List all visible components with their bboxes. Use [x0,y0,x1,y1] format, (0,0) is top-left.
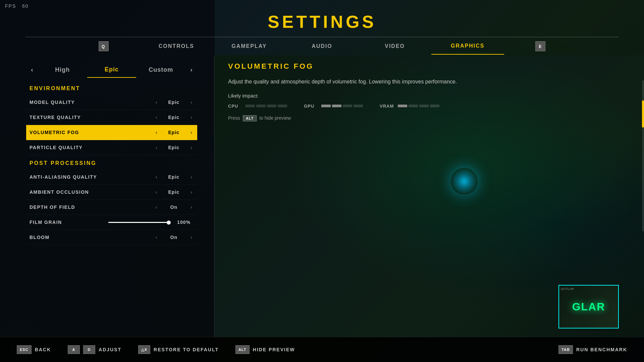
nav-tab-controls[interactable]: CONTROLS [140,38,213,54]
setting-texture-quality-value: Epic [164,115,184,120]
setting-volumetric-fog-controls: ‹ Epic › [154,130,194,135]
setting-depth-of-field[interactable]: DEPTH OF FIELD ‹ On › [26,200,197,215]
setting-ambient-occlusion[interactable]: AMBIENT OCCLUSION ‹ Epic › [26,185,197,200]
vram-bar-2 [409,105,418,107]
setting-volumetric-fog[interactable]: VOLUMETRIC FOG ‹ Epic › [26,125,197,140]
nav-tab-video[interactable]: VIDEO [359,38,431,54]
scrollbar-thumb[interactable] [642,101,644,127]
restore-label: RESTORE TO DEFAULT [154,347,219,352]
setting-bloom-next[interactable]: › [189,235,194,240]
setting-bloom[interactable]: BLOOM ‹ On › [26,230,197,245]
setting-model-quality-value: Epic [164,100,184,105]
setting-bloom-controls: ‹ On › [154,235,194,240]
section-header-environment: ENVIRONMENT [26,80,197,95]
vram-bar-3 [419,105,429,107]
gpu-label: GPU [304,104,317,109]
preset-prev-button[interactable]: ‹ [26,64,38,76]
setting-particle-quality-prev[interactable]: ‹ [154,145,159,150]
info-description-text: Adjust the quality and atmospheric depth… [228,79,457,84]
scrollbar[interactable] [642,80,644,231]
settings-list: ENVIRONMENT MODEL QUALITY ‹ Epic › TEXTU… [26,80,197,335]
nav-tab-graphics[interactable]: GRAPHICS [431,38,504,55]
mini-preview: DC\TLAR GLAR [558,285,619,328]
nav-tab-q-icon[interactable]: Q [67,36,140,56]
back-label: BACK [35,347,51,352]
setting-depth-of-field-prev[interactable]: ‹ [154,204,159,210]
nav-tab-audio-label: AUDIO [312,43,332,49]
setting-anti-aliasing-controls: ‹ Epic › [154,174,194,180]
setting-model-quality-next[interactable]: › [189,100,194,105]
setting-depth-of-field-value: On [164,204,184,210]
nav-tab-controls-label: CONTROLS [159,43,194,49]
setting-model-quality-prev[interactable]: ‹ [154,100,159,105]
preset-high[interactable]: High [38,62,87,77]
e-icon: E [535,41,545,51]
setting-texture-quality-prev[interactable]: ‹ [154,115,159,120]
setting-anti-aliasing-prev[interactable]: ‹ [154,174,159,180]
setting-anti-aliasing-label: ANTI-ALIASING QUALITY [30,174,154,180]
slider-fill [108,222,169,223]
a-key-btn[interactable]: A [68,345,80,354]
bottom-action-adjust: A D ADJUST [68,345,121,354]
bottom-action-hide-preview: ALT HIDE PREVIEW [235,345,295,354]
likely-impact-label: Likely impact: [228,93,619,99]
x-key-btn[interactable]: △X [138,345,150,354]
setting-volumetric-fog-next[interactable]: › [189,130,194,135]
setting-anti-aliasing[interactable]: ANTI-ALIASING QUALITY ‹ Epic › [26,170,197,185]
gpu-bar-4 [354,105,363,107]
setting-particle-quality[interactable]: PARTICLE QUALITY ‹ Epic › [26,140,197,155]
cpu-bar-1 [246,105,255,107]
d-key-btn[interactable]: D [83,345,95,354]
setting-bloom-prev[interactable]: ‹ [154,235,159,240]
esc-key-btn[interactable]: ESC [17,345,32,354]
alt-key-badge: ALT [243,115,257,121]
setting-ambient-occlusion-next[interactable]: › [189,189,194,195]
info-panel: VOLUMETRIC FOG Adjust the quality and at… [228,62,619,121]
nav-tab-audio[interactable]: AUDIO [285,38,358,54]
tab-key-btn[interactable]: TAB [558,345,573,354]
setting-particle-quality-next[interactable]: › [189,145,194,150]
cpu-bar-3 [267,105,276,107]
vertical-divider [214,55,215,337]
setting-film-grain[interactable]: FILM GRAIN 100% [26,215,197,230]
alt-key-btn[interactable]: ALT [235,345,250,354]
impact-meters: CPU GPU VRAM [228,104,619,109]
film-grain-slider[interactable] [108,222,169,223]
nav-tab-e-icon[interactable]: E [504,36,577,56]
nav-tab-graphics-label: GRAPHICS [451,43,484,49]
slider-track [108,222,169,223]
setting-volumetric-fog-prev[interactable]: ‹ [154,130,159,135]
vram-label: VRAM [380,104,394,109]
setting-bloom-label: BLOOM [30,235,154,240]
preview-hint: Press ALT to hide preview [228,115,619,121]
setting-ambient-occlusion-value: Epic [164,189,184,195]
run-benchmark-label: RUN BENCHMARK [576,347,627,352]
preset-epic[interactable]: Epic [87,62,137,78]
cpu-label: CPU [228,104,241,109]
setting-anti-aliasing-next[interactable]: › [189,174,194,180]
preset-next-button[interactable]: › [185,64,197,76]
setting-texture-quality[interactable]: TEXTURE QUALITY ‹ Epic › [26,110,197,125]
setting-volumetric-fog-value: Epic [164,130,184,135]
q-icon: Q [99,41,109,51]
setting-model-quality[interactable]: MODEL QUALITY ‹ Epic › [26,95,197,110]
bottom-action-back: ESC BACK [17,345,51,354]
setting-ambient-occlusion-prev[interactable]: ‹ [154,189,159,195]
setting-texture-quality-label: TEXTURE QUALITY [30,115,154,120]
fps-value: 60 [22,3,29,9]
preset-custom[interactable]: Custom [136,62,185,77]
preset-selector: ‹ High Epic Custom › [26,62,197,78]
adjust-label: ADJUST [99,347,121,352]
gpu-bar-2 [332,105,341,107]
setting-depth-of-field-next[interactable]: › [189,204,194,210]
mini-preview-main-text: GLAR [572,301,605,313]
setting-ambient-occlusion-label: AMBIENT OCCLUSION [30,189,154,195]
gpu-bar-1 [321,105,331,107]
nav-tab-gameplay[interactable]: GAMEPLAY [213,38,285,54]
setting-particle-quality-value: Epic [164,145,184,150]
cpu-bars [246,105,287,107]
setting-texture-quality-next[interactable]: › [189,115,194,120]
setting-film-grain-value: 100% [174,220,194,225]
slider-thumb[interactable] [167,221,171,225]
gpu-bars [321,105,363,107]
